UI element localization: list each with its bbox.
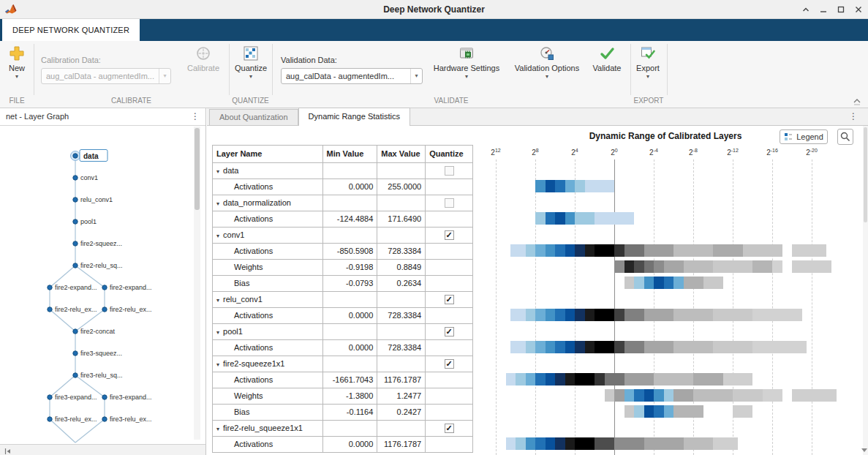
column-header[interactable]: Max Value xyxy=(377,146,426,163)
quantize-checkbox[interactable]: ✓ xyxy=(445,295,454,304)
expand-caret-icon[interactable]: ▾ xyxy=(216,361,219,368)
quantize-checkbox[interactable] xyxy=(445,198,454,208)
quantize-checkbox[interactable]: ✓ xyxy=(445,327,454,336)
validate-button[interactable]: Validate xyxy=(589,44,624,98)
document-menu-icon[interactable]: ⋮ xyxy=(849,111,858,121)
table-row[interactable]: Activations-850.5908728.3384 xyxy=(213,244,473,260)
quantize-checkbox[interactable]: ✓ xyxy=(445,230,454,240)
min-value-cell: 0.0000 xyxy=(323,340,378,356)
collapse-panel-icon[interactable] xyxy=(3,445,12,454)
layer-name-cell: Activations xyxy=(213,179,323,195)
maximize-icon[interactable] xyxy=(836,4,846,15)
table-row[interactable]: ▾fire2-relu_squeeze1x1✓ xyxy=(213,421,473,437)
table-row[interactable]: Activations0.0000255.0000 xyxy=(213,179,473,195)
table-row[interactable]: Weights-0.91980.8849 xyxy=(213,260,473,276)
graph-node-label: conv1 xyxy=(80,174,98,181)
table-row[interactable]: ▾pool1✓ xyxy=(213,324,473,340)
graph-node[interactable] xyxy=(73,351,78,356)
quantize-checkbox[interactable] xyxy=(445,166,454,176)
export-button[interactable]: Export ▾ xyxy=(632,44,664,98)
table-row[interactable]: Activations0.0000728.3384 xyxy=(213,340,473,356)
expand-caret-icon[interactable]: ▾ xyxy=(216,168,219,175)
graph-node[interactable] xyxy=(102,307,107,312)
calibration-data-dropdown[interactable]: aug_calData - augmentedIm... ▾ xyxy=(41,68,171,84)
export-button-label: Export xyxy=(636,64,660,72)
table-row[interactable]: Activations0.0000728.3384 xyxy=(213,308,473,324)
expand-caret-icon[interactable]: ▾ xyxy=(216,233,219,239)
expand-caret-icon[interactable]: ▾ xyxy=(216,329,219,336)
table-row[interactable]: ▾data xyxy=(213,163,473,179)
graph-node[interactable] xyxy=(73,263,78,268)
tab-dynamic-range-statistics[interactable]: Dynamic Range Statistics xyxy=(298,108,410,126)
graph-node-label: fire3-relu_ex... xyxy=(110,415,152,423)
legend-button[interactable]: Legend xyxy=(780,129,828,144)
graph-node[interactable] xyxy=(102,395,107,399)
layer-graph-canvas[interactable]: dataconv1relu_conv1pool1fire2-squeez...f… xyxy=(0,126,193,444)
min-value-cell xyxy=(323,163,378,179)
graph-node[interactable] xyxy=(73,154,78,158)
layer-name: conv1 xyxy=(223,230,244,239)
quantize-button-label: Quantize xyxy=(235,64,267,72)
table-row[interactable]: Bias-0.07930.2634 xyxy=(213,276,473,292)
quantize-button[interactable]: Quantize ▾ xyxy=(233,44,269,98)
expand-caret-icon[interactable]: ▾ xyxy=(216,297,219,304)
scrollbar-thumb[interactable] xyxy=(195,128,200,210)
close-icon[interactable] xyxy=(853,4,864,15)
max-value-cell: 171.6490 xyxy=(377,211,426,228)
quantize-checkbox[interactable]: ✓ xyxy=(445,359,454,369)
export-section-label: EXPORT xyxy=(630,97,667,106)
column-header[interactable]: Layer Name xyxy=(213,146,323,163)
table-row[interactable]: ▾data_normalization xyxy=(213,195,473,211)
table-row[interactable]: Activations-1661.70431176.1787 xyxy=(213,372,473,388)
graph-node[interactable] xyxy=(73,176,78,180)
graph-node[interactable] xyxy=(48,307,52,312)
validation-data-dropdown[interactable]: aug_calData - augmentedIm... ▾ xyxy=(281,68,423,84)
graph-node[interactable] xyxy=(73,329,78,334)
graph-node[interactable] xyxy=(73,373,78,377)
min-value-cell: -1.3800 xyxy=(323,388,378,405)
graph-node[interactable] xyxy=(102,417,107,421)
quantize-cell xyxy=(426,276,473,292)
column-header[interactable]: Quantize xyxy=(426,146,473,163)
table-row[interactable]: Bias-0.11640.2427 xyxy=(213,405,473,421)
table-row[interactable]: ▾conv1✓ xyxy=(213,228,473,244)
stat-name: Weights xyxy=(216,263,263,271)
max-value-cell: 0.2634 xyxy=(377,276,426,292)
layer-name-cell: Activations xyxy=(213,372,323,388)
graph-node[interactable] xyxy=(48,417,52,421)
quantize-checkbox[interactable]: ✓ xyxy=(445,424,454,433)
panel-menu-icon[interactable]: ⋮ xyxy=(191,108,200,125)
tab-about-quantization[interactable]: About Quantization xyxy=(209,109,298,125)
graph-node[interactable] xyxy=(73,198,78,202)
collapse-ribbon-icon[interactable] xyxy=(852,97,862,105)
zoom-button[interactable] xyxy=(837,129,853,145)
stat-name: Activations xyxy=(216,375,273,384)
table-row[interactable]: Activations-124.4884171.6490 xyxy=(213,211,473,228)
graph-node[interactable] xyxy=(48,285,52,290)
scroll-down-icon[interactable] xyxy=(861,448,867,452)
graph-node[interactable] xyxy=(73,241,78,246)
graph-node[interactable] xyxy=(102,285,107,290)
left-panel-scrollbar[interactable] xyxy=(194,127,200,440)
calibrate-button[interactable]: Calibrate xyxy=(184,44,222,98)
scrollbar-thumb[interactable] xyxy=(864,127,867,222)
table-row[interactable]: ▾relu_conv1✓ xyxy=(213,292,473,308)
calibrate-icon xyxy=(195,45,211,61)
column-header[interactable]: Min Value xyxy=(323,146,378,163)
graph-node[interactable] xyxy=(73,219,78,224)
table-row[interactable]: ▾fire2-squeeze1x1✓ xyxy=(213,356,473,372)
table-row[interactable]: Weights-1.38001.2477 xyxy=(213,388,473,405)
validation-options-button[interactable]: Validation Options ▾ xyxy=(510,44,584,98)
expand-caret-icon[interactable]: ▾ xyxy=(216,200,219,207)
new-button[interactable]: New ▾ xyxy=(3,44,31,98)
tab-deep-network-quantizer[interactable]: DEEP NETWORK QUANTIZER xyxy=(2,19,140,41)
expand-caret-icon[interactable]: ▾ xyxy=(216,426,219,432)
minimize-icon[interactable] xyxy=(818,4,829,15)
table-row[interactable]: Activations0.00001176.1787 xyxy=(213,437,473,453)
layer-name: data xyxy=(223,166,238,175)
hardware-settings-button[interactable]: Hardware Settings ▾ xyxy=(431,44,502,98)
collapse-window-icon[interactable] xyxy=(801,4,811,15)
min-value-cell: 0.0000 xyxy=(323,437,378,453)
ribbon-toolbar: New ▾ Calibration Data: aug_calData - au… xyxy=(0,41,868,108)
graph-node[interactable] xyxy=(48,395,52,399)
